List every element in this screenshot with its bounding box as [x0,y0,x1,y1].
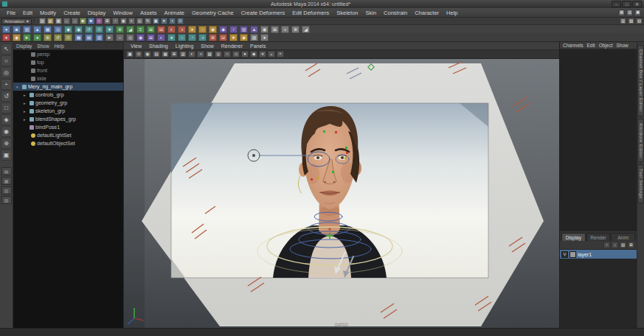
resolution-gate-icon[interactable]: ◐ [188,51,195,57]
menu-item[interactable]: Character [411,8,443,18]
create-lattice-icon[interactable]: ⊞ [147,34,155,41]
shadows-icon[interactable]: ◒ [268,51,275,57]
expand-arrow-icon[interactable]: ▸ [24,101,28,105]
select-hierarchy-icon[interactable]: ◆ [80,18,86,24]
show-manipulator-icon[interactable]: ⊕ [1,138,12,149]
sidebar-channelbox-toggle-icon[interactable]: ▥ [620,18,626,24]
menu-item[interactable]: Modify [36,8,60,18]
poly-cube-icon[interactable]: ■ [13,26,21,33]
move-tool-icon[interactable]: + [1,79,12,90]
panel-menu-item[interactable]: Panels [246,43,269,49]
outliner-item[interactable]: front [13,66,123,74]
paint-select-tool-icon[interactable]: ◎ [1,67,12,78]
sidebar-attribute-editor-toggle-icon[interactable]: ▧ [628,18,634,24]
undo-icon[interactable]: ← [63,18,70,24]
outliner-item[interactable]: ▸ geometry_grp [13,99,123,107]
merge-vertex-icon[interactable]: ◆ [219,26,227,33]
universal-manipulator-icon[interactable]: ◈ [1,114,12,125]
outliner-item[interactable]: defaultObjectSet [13,139,123,147]
layer-row[interactable]: V layer1 [560,250,637,259]
poly-platonic-icon[interactable]: ★ [105,26,114,33]
boolean-union-icon[interactable]: ● [188,26,196,33]
layer-visibility-toggle[interactable]: V [561,251,568,258]
muscle-icon[interactable]: ◆ [240,34,248,41]
layout-persp-outliner-icon[interactable]: ▥ [1,186,12,195]
poly-soccerball-icon[interactable]: ⊙ [95,26,103,33]
maximize-button[interactable]: □ [622,1,631,7]
set-key-icon[interactable]: ● [2,34,10,41]
smooth-icon[interactable]: ◐ [167,26,176,33]
crease-tool-icon[interactable]: ◢ [302,26,310,33]
menu-item[interactable]: Constrain [380,8,411,18]
outliner-item[interactable]: ▸ blendShapes_grp [13,115,123,123]
layer-tab[interactable]: Anim [611,233,635,241]
wireframe-icon[interactable]: ◇ [232,51,240,57]
menu-item[interactable]: Edit [19,8,36,18]
boolean-difference-icon[interactable]: ○ [198,26,207,33]
channel-box-menu-item[interactable]: Show [614,43,629,48]
outliner-menu-item[interactable]: Show [37,43,49,49]
minimize-button[interactable]: – [612,1,621,7]
panel-menu-item[interactable]: Renderer [218,43,246,49]
rotate-tool-icon[interactable]: ↺ [1,91,12,102]
hik-character-icon[interactable]: ★ [229,34,238,41]
menu-item[interactable]: Create [60,8,84,18]
menu-item[interactable]: Assets [136,8,161,18]
lights-icon[interactable]: ∗ [259,51,266,57]
blend-shape-icon[interactable]: ◐ [157,34,165,41]
redo-icon[interactable]: → [72,18,78,24]
menu-item[interactable]: Edit Deformers [288,8,333,18]
set-breakdown-icon[interactable]: ◆ [13,34,21,41]
lasso-tool-icon[interactable]: ○ [1,55,12,66]
boolean-intersect-icon[interactable]: ◉ [209,26,217,33]
menu-item[interactable]: Window [109,8,136,18]
outliner-item[interactable]: ▾ Mery_rig_main_grp [13,83,123,91]
outliner-item[interactable]: persp [13,50,123,58]
outliner-item[interactable]: side [13,74,123,83]
snap-plane-icon[interactable]: ◐ [128,18,135,24]
hotbox-toggle-icon[interactable]: ▥ [626,10,633,16]
gate-mask-icon[interactable]: ◑ [197,51,204,57]
menu-item[interactable]: Animate [160,8,188,18]
select-tool-icon[interactable]: ↖ [1,43,12,55]
outliner-item[interactable]: defaultLightSet [13,131,123,139]
outliner-menu-item[interactable]: Help [55,43,64,49]
render-view-icon[interactable]: ▣ [153,18,159,24]
menu-set-dropdown[interactable]: Animation ▾ [1,18,32,24]
menu-item[interactable]: Display [84,8,110,18]
poly-torus-icon[interactable]: ◎ [54,26,62,33]
bridge-icon[interactable]: ≡ [136,26,145,33]
bookmarks-icon[interactable]: ▤ [153,51,160,57]
layer-color-swatch[interactable] [569,251,576,258]
shelf-help-icon[interactable]: ● [260,34,269,41]
2d-pan-zoom-icon[interactable]: ⊞ [170,51,178,57]
expand-arrow-icon[interactable]: ▸ [24,117,28,122]
new-empty-layer-icon[interactable]: ▤ [620,242,626,248]
panel-menu-item[interactable]: Lighting [172,43,198,49]
bevel-icon[interactable]: ◢ [126,26,134,33]
render-settings-icon[interactable]: ⊙ [177,18,184,24]
panel-menu-item[interactable]: Shading [145,43,172,49]
mirror-skin-weights-icon[interactable]: ◑ [198,34,207,41]
select-component-icon[interactable]: ◇ [96,18,103,24]
smooth-bind-icon[interactable]: ● [167,34,176,41]
close-button[interactable]: ✕ [632,1,642,7]
separate-icon[interactable]: ⊟ [157,26,165,33]
menu-item[interactable]: Geometry Cache [188,8,238,18]
motion-trail-icon[interactable]: ~ [116,34,124,41]
channel-box-menu-item[interactable]: Object [598,43,614,48]
point-constraint-icon[interactable]: ⊕ [44,34,52,41]
move-layer-down-icon[interactable]: ↓ [612,242,618,248]
create-cluster-icon[interactable]: ◉ [136,34,145,41]
menu-item[interactable]: Skin [361,8,380,18]
new-scene-icon[interactable]: ▤ [39,18,46,24]
layer-tab[interactable]: Display [561,233,586,241]
ghost-icon[interactable]: ◎ [126,34,134,41]
safe-title-icon[interactable]: ○ [224,51,231,57]
open-scene-icon[interactable]: ▨ [47,18,54,24]
combine-icon[interactable]: ⊞ [147,26,155,33]
poly-prism-icon[interactable]: ◆ [64,26,72,33]
add-influence-icon[interactable]: ⊕ [209,34,217,41]
outliner-menu-item[interactable]: Display [16,43,32,49]
extrude-icon[interactable]: ⊕ [116,26,124,33]
